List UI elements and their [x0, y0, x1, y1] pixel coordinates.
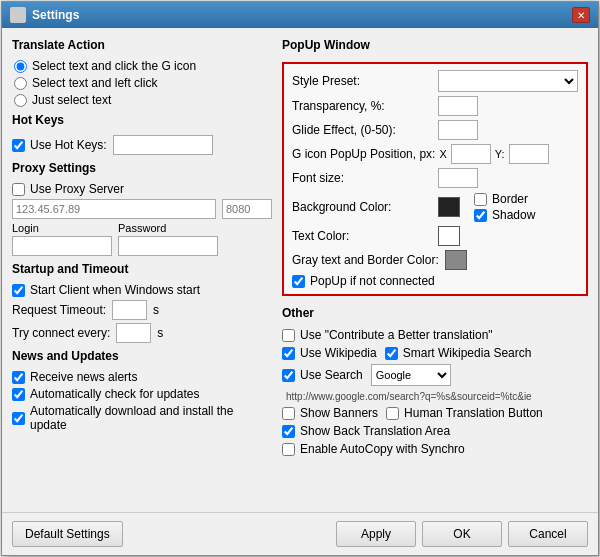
use-search-checkbox[interactable]: [282, 369, 295, 382]
gray-color-swatch[interactable]: [445, 250, 467, 270]
hotkey-input[interactable]: Normal Double Ctrl: [113, 135, 213, 155]
use-hotkeys-checkbox[interactable]: [12, 139, 25, 152]
proxy-settings-title: Proxy Settings: [12, 161, 272, 175]
start-client-checkbox[interactable]: [12, 284, 25, 297]
password-input[interactable]: [118, 236, 218, 256]
auto-check-updates-label[interactable]: Automatically check for updates: [12, 387, 272, 401]
auto-check-updates-checkbox[interactable]: [12, 388, 25, 401]
proxy-port-input[interactable]: [222, 199, 272, 219]
use-hotkeys-checkbox-label[interactable]: Use Hot Keys:: [12, 138, 107, 152]
translate-action-title: Translate Action: [12, 38, 272, 52]
show-banners-label[interactable]: Show Banners: [282, 406, 378, 420]
radio-select-click-g-input[interactable]: [14, 60, 27, 73]
try-connect-unit: s: [157, 326, 163, 340]
use-wikipedia-label[interactable]: Use Wikipedia: [282, 346, 377, 360]
auto-download-checkbox[interactable]: [12, 412, 25, 425]
right-panel: PopUp Window Style Preset: Transparency,…: [282, 38, 588, 502]
try-connect-row: Try connect every: 20 s: [12, 323, 272, 343]
use-proxy-checkbox[interactable]: [12, 183, 25, 196]
radio-select-left-click[interactable]: Select text and left click: [14, 76, 272, 90]
close-button[interactable]: ✕: [572, 7, 590, 23]
use-wikipedia-checkbox[interactable]: [282, 347, 295, 360]
font-size-input[interactable]: 10: [438, 168, 478, 188]
translate-action-options: Select text and click the G icon Select …: [12, 59, 272, 107]
human-translation-text: Human Translation Button: [404, 406, 543, 420]
human-translation-label[interactable]: Human Translation Button: [386, 406, 543, 420]
try-connect-label: Try connect every:: [12, 326, 110, 340]
apply-button[interactable]: Apply: [336, 521, 416, 547]
proxy-addr-row: [12, 199, 272, 219]
login-input[interactable]: [12, 236, 112, 256]
radio-just-select[interactable]: Just select text: [14, 93, 272, 107]
use-proxy-label[interactable]: Use Proxy Server: [12, 182, 272, 196]
popup-not-connected-label[interactable]: PopUp if not connected: [292, 274, 435, 288]
g-icon-position-row: G icon PopUp Position, px: X 15 Y: -15: [292, 144, 578, 164]
news-section: News and Updates Receive news alerts Aut…: [12, 349, 272, 432]
other-title: Other: [282, 306, 588, 320]
use-search-label[interactable]: Use Search: [282, 368, 363, 382]
glide-effect-input[interactable]: 10: [438, 120, 478, 140]
y-label: Y:: [495, 148, 505, 160]
border-checkbox[interactable]: [474, 193, 487, 206]
glide-effect-row: Glide Effect, (0-50): 10: [292, 120, 578, 140]
banners-row: Show Banners Human Translation Button: [282, 406, 588, 420]
request-timeout-input[interactable]: 10: [112, 300, 147, 320]
smart-wikipedia-checkbox[interactable]: [385, 347, 398, 360]
radio-select-click-g[interactable]: Select text and click the G icon: [14, 59, 272, 73]
transparency-input[interactable]: 0: [438, 96, 478, 116]
radio-select-left-click-input[interactable]: [14, 77, 27, 90]
radio-select-left-click-label: Select text and left click: [32, 76, 157, 90]
bg-color-swatch[interactable]: [438, 197, 460, 217]
login-row: Login Password: [12, 222, 272, 256]
enable-autocopy-checkbox[interactable]: [282, 443, 295, 456]
enable-autocopy-label[interactable]: Enable AutoCopy with Synchro: [282, 442, 588, 456]
human-translation-checkbox[interactable]: [386, 407, 399, 420]
text-color-swatch[interactable]: [438, 226, 460, 246]
auto-download-text: Automatically download and install the u…: [30, 404, 272, 432]
border-checkbox-label[interactable]: Border: [474, 192, 535, 206]
style-preset-label: Style Preset:: [292, 74, 432, 88]
show-back-checkbox[interactable]: [282, 425, 295, 438]
show-banners-checkbox[interactable]: [282, 407, 295, 420]
start-client-label[interactable]: Start Client when Windows start: [12, 283, 272, 297]
popup-not-connected-checkbox[interactable]: [292, 275, 305, 288]
show-back-label[interactable]: Show Back Translation Area: [282, 424, 588, 438]
start-client-text: Start Client when Windows start: [30, 283, 200, 297]
proxy-address-input[interactable]: [12, 199, 216, 219]
style-preset-dropdown[interactable]: [438, 70, 578, 92]
bottom-bar: Default Settings Apply OK Cancel: [2, 512, 598, 555]
x-label: X: [439, 148, 446, 160]
font-size-label: Font size:: [292, 171, 432, 185]
search-row: Use Search Google: [282, 364, 588, 386]
hotkey-row: Use Hot Keys: Normal Double Ctrl: [12, 135, 272, 155]
window-title: Settings: [32, 8, 79, 22]
auto-download-label[interactable]: Automatically download and install the u…: [12, 404, 272, 432]
translate-action-section: Translate Action Select text and click t…: [12, 38, 272, 107]
receive-news-text: Receive news alerts: [30, 370, 137, 384]
smart-wikipedia-label[interactable]: Smart Wikipedia Search: [385, 346, 532, 360]
cancel-button[interactable]: Cancel: [508, 521, 588, 547]
y-input[interactable]: -15: [509, 144, 549, 164]
proxy-settings-section: Proxy Settings Use Proxy Server Login Pa…: [12, 161, 272, 256]
try-connect-input[interactable]: 20: [116, 323, 151, 343]
ok-button[interactable]: OK: [422, 521, 502, 547]
radio-just-select-label: Just select text: [32, 93, 111, 107]
login-group: Login: [12, 222, 112, 256]
shadow-checkbox[interactable]: [474, 209, 487, 222]
left-panel: Translate Action Select text and click t…: [12, 38, 272, 502]
startup-section: Startup and Timeout Start Client when Wi…: [12, 262, 272, 343]
main-content: Translate Action Select text and click t…: [2, 28, 598, 512]
shadow-checkbox-label[interactable]: Shadow: [474, 208, 535, 222]
default-settings-button[interactable]: Default Settings: [12, 521, 123, 547]
smart-wikipedia-text: Smart Wikipedia Search: [403, 346, 532, 360]
search-engine-dropdown[interactable]: Google: [371, 364, 451, 386]
receive-news-label[interactable]: Receive news alerts: [12, 370, 272, 384]
login-label: Login: [12, 222, 112, 234]
bg-color-label: Background Color:: [292, 200, 432, 214]
receive-news-checkbox[interactable]: [12, 371, 25, 384]
x-input[interactable]: 15: [451, 144, 491, 164]
contribute-checkbox[interactable]: [282, 329, 295, 342]
contribute-label[interactable]: Use "Contribute a Better translation": [282, 328, 588, 342]
radio-just-select-input[interactable]: [14, 94, 27, 107]
request-timeout-row: Request Timeout: 10 s: [12, 300, 272, 320]
